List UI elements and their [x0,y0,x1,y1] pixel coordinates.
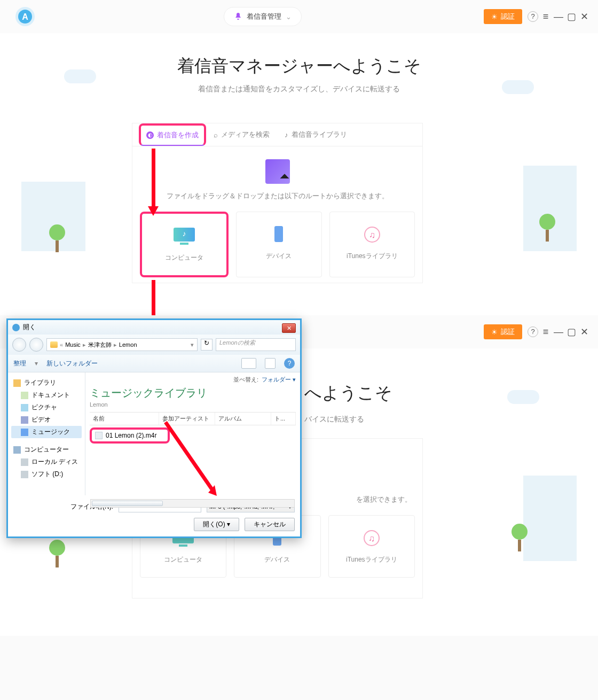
source-computer[interactable]: ♪ コンピュータ [140,212,229,277]
sun-icon: ☀ [491,328,498,336]
search-input[interactable]: Lemonの検索 [216,338,296,351]
source-itunes[interactable]: ♫ iTunesライブラリ [328,515,415,578]
circle-check-icon: ◐ [146,131,154,139]
disk-icon [21,458,28,466]
tabs: ◐ 着信音を作成 ⌕ メディアを検索 ♪ 着信音ライブラリ [132,123,422,146]
help-button[interactable]: ? [284,358,295,369]
library-icon [13,379,21,387]
sidebar-music[interactable]: ミュージック [11,426,82,438]
file-row-selected[interactable]: 01 Lemon (2).m4r [90,427,170,444]
source-itunes[interactable]: ♫ iTunesライブラリ [329,212,415,277]
dropzone[interactable]: ファイルをドラッグ＆ドロップまたは以下のルートから選択できます。 [132,146,422,206]
phone-icon [267,225,290,244]
sidebar-computer[interactable]: コンピューター [11,444,82,456]
breadcrumb[interactable]: « Music▸ 米津玄師▸ Lemon ▾ [46,338,198,351]
close-button[interactable]: ✕ [579,327,589,337]
view-mode-button[interactable] [265,358,276,369]
dialog-nav: « Music▸ 米津玄師▸ Lemon ▾ ↻ Lemonの検索 [8,335,300,355]
annotation-arrow [152,149,155,207]
cloud-icon [64,69,96,83]
back-button[interactable] [12,338,26,352]
menu-icon[interactable]: ≡ [540,327,551,337]
music-file-icon [265,159,290,184]
dialog-sidebar: ライブラリ ドキュメント ピクチャ ビデオ ミュージック コンピューター ローカ… [8,372,85,495]
ringtone-manager-chip[interactable]: 着信音管理 ⌄ [224,7,302,26]
bell-outline-icon: ♪ [285,131,288,139]
file-icon [95,432,103,439]
sidebar-documents[interactable]: ドキュメント [11,389,82,401]
app-logo: A [9,0,42,33]
refresh-button[interactable]: ↻ [201,339,213,351]
pane-title: ミュージックライブラリ [90,386,296,400]
svg-text:♫: ♫ [368,534,375,543]
dialog-titlebar: 開く ✕ [8,320,300,335]
svg-text:♪: ♪ [183,229,186,238]
maximize-button[interactable]: ▢ [566,327,577,337]
svg-rect-13 [179,545,187,547]
tree-deco [48,540,66,566]
dialog-close-button[interactable]: ✕ [282,323,296,333]
titlebar: A 着信音管理 ⌄ ☀ 認証 ? ≡ — ▢ ✕ [0,0,598,33]
svg-line-18 [166,422,214,492]
bell-icon [234,12,242,21]
sun-icon: ☀ [491,13,498,21]
video-icon [21,416,28,424]
maximize-button[interactable]: ▢ [566,12,577,21]
dialog-title: 開く [23,323,36,332]
help-icon[interactable]: ? [528,326,538,337]
sidebar-soft-d[interactable]: ソフト (D:) [11,468,82,480]
sidebar-local-disk[interactable]: ローカル ディス [11,456,82,468]
source-device[interactable]: デバイス [236,212,321,277]
window-controls: ? ≡ — ▢ ✕ [528,11,589,22]
cloud-icon [507,390,539,404]
new-folder-button[interactable]: 新しいフォルダー [46,359,98,368]
computer-icon [13,446,21,454]
help-icon[interactable]: ? [528,11,538,22]
tab-search-media[interactable]: ⌕ メディアを検索 [206,123,277,146]
annotation-arrow [160,422,230,502]
picture-icon [21,404,28,411]
pane-subtitle: Lemon [90,401,296,408]
app-small-icon [12,324,20,331]
ringtone-card-1: ◐ 着信音を作成 ⌕ メディアを検索 ♪ 着信音ライブラリ ファイルをドラッグ＆… [132,123,423,283]
open-button[interactable]: 開く(O) ▾ [194,518,239,531]
window-controls: ? ≡ — ▢ ✕ [528,326,589,337]
cancel-button[interactable]: キャンセル [245,518,295,531]
hero-title-partial: へようこそ [304,382,392,405]
hero-sub-partial: バイスに転送する [304,415,364,424]
svg-rect-4 [180,243,188,245]
itunes-icon: ♫ [360,225,384,244]
dialog-toolbar: 整理▾ 新しいフォルダー ? [8,355,300,372]
auth-button[interactable]: ☀ 認証 [484,324,522,339]
drop-hint: ファイルをドラッグ＆ドロップまたは以下のルートから選択できます。 [132,191,422,201]
tab-create-ringtone[interactable]: ◐ 着信音を作成 [139,123,206,146]
sidebar-video[interactable]: ビデオ [11,414,82,426]
sidebar-library[interactable]: ライブラリ [11,377,82,389]
building-deco [523,476,577,561]
close-button[interactable]: ✕ [579,12,589,21]
sidebar-pictures[interactable]: ピクチャ [11,401,82,414]
view-mode-button[interactable] [241,358,256,369]
forward-button[interactable] [29,338,43,352]
tree-deco [510,524,529,550]
svg-rect-6 [274,226,283,242]
tab-ringtone-library[interactable]: ♪ 着信音ライブラリ [277,123,355,146]
organize-menu[interactable]: 整理 [13,359,26,368]
svg-text:A: A [22,12,28,21]
minimize-button[interactable]: — [553,327,564,337]
file-open-dialog: 開く ✕ « Music▸ 米津玄師▸ Lemon ▾ ↻ Lemonの検索 整… [6,318,302,538]
sort-select[interactable]: フォルダー ▾ [262,376,296,384]
arrowhead-icon [148,206,159,216]
monitor-icon: ♪ [172,227,196,246]
search-icon: ⌕ [214,131,218,139]
document-icon [21,392,28,399]
menu-icon[interactable]: ≡ [540,12,551,21]
minimize-button[interactable]: — [553,12,564,21]
music-icon [21,429,28,436]
chip-label: 着信音管理 [247,12,281,21]
folder-icon [50,341,58,348]
cloud-icon [502,80,534,94]
auth-button[interactable]: ☀ 認証 [484,9,522,24]
itunes-icon: ♫ [360,528,383,548]
tree-deco [538,214,556,240]
